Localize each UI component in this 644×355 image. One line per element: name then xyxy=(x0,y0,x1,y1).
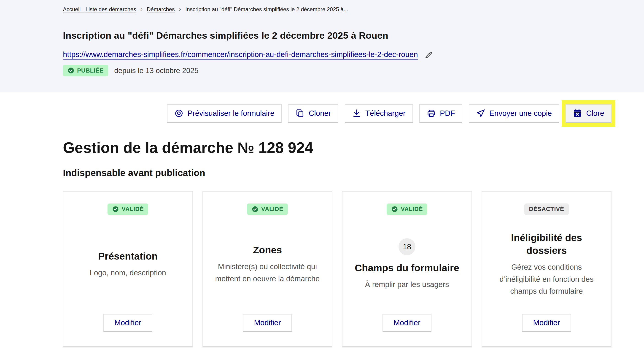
clone-icon xyxy=(295,109,304,118)
modify-button[interactable]: Modifier xyxy=(382,314,431,332)
toolbar-button-label: Envoyer une copie xyxy=(489,109,552,118)
card-description: Gérez vos conditions d’inéligibilité en … xyxy=(491,261,602,297)
procedure-url-row: https://www.demarches-simplifiees.fr/com… xyxy=(63,50,612,59)
toolbar-button-label: Cloner xyxy=(308,109,331,118)
card: VALIDÉZonesMinistère(s) ou collectivité … xyxy=(202,191,332,347)
pdf-button[interactable]: PDF xyxy=(419,104,462,123)
toolbar: Prévisualiser le formulaireClonerTélécha… xyxy=(63,104,612,123)
card-status-label: VALIDÉ xyxy=(122,206,144,213)
card: VALIDÉ18Champs du formulaireÀ remplir pa… xyxy=(342,191,472,347)
status-since: depuis le 13 octobre 2025 xyxy=(114,66,198,75)
modify-button[interactable]: Modifier xyxy=(522,314,571,332)
preview-form-button[interactable]: Prévisualiser le formulaire xyxy=(167,104,282,123)
status-badge-label: PUBLIÉE xyxy=(77,67,104,74)
card-description: Ministère(s) ou collectivité qui mettent… xyxy=(212,261,323,285)
modify-button[interactable]: Modifier xyxy=(104,314,152,332)
card-status-badge: VALIDÉ xyxy=(108,203,148,215)
send-plane-icon xyxy=(476,109,485,118)
check-circle-icon xyxy=(391,206,398,213)
card-title: Zones xyxy=(253,244,282,257)
breadcrumb-separator-icon: › xyxy=(179,6,181,12)
card-status-badge: VALIDÉ xyxy=(247,203,288,215)
toolbar-button-label: Télécharger xyxy=(365,109,406,118)
card-status-label: VALIDÉ xyxy=(261,206,283,213)
download-button[interactable]: Télécharger xyxy=(345,104,413,123)
card-title: Présentation xyxy=(98,250,158,263)
procedure-title: Inscription au "défi" Démarches simplifi… xyxy=(63,30,612,41)
card: VALIDÉPrésentationLogo, nom, description… xyxy=(63,191,193,347)
preview-eye-icon xyxy=(174,109,184,118)
clone-button[interactable]: Cloner xyxy=(288,104,338,123)
card-status-badge: VALIDÉ xyxy=(387,203,427,215)
breadcrumb-link-demarches[interactable]: Démarches xyxy=(147,6,175,13)
close-procedure-button[interactable]: Clore xyxy=(566,104,612,123)
card-status-label: DÉSACTIVÉ xyxy=(529,206,564,213)
breadcrumb-link-home[interactable]: Accueil - Liste des démarches xyxy=(63,6,136,13)
card-body: ZonesMinistère(s) ou collectivité qui me… xyxy=(212,215,323,314)
section-title: Indispensable avant publication xyxy=(63,168,612,178)
pencil-icon[interactable] xyxy=(424,50,433,59)
card-status-label: VALIDÉ xyxy=(401,206,423,213)
card-title: Champs du formulaire xyxy=(355,262,459,274)
breadcrumb-current: Inscription au "défi" Démarches simplifi… xyxy=(185,6,348,13)
toolbar-button-label: Clore xyxy=(586,109,604,118)
toolbar-button-label: Prévisualiser le formulaire xyxy=(188,109,274,118)
field-count-badge: 18 xyxy=(398,238,416,255)
status-badge: PUBLIÉE xyxy=(63,65,108,76)
calendar-close-icon xyxy=(573,109,582,118)
card-body: 18Champs du formulaireÀ remplir par les … xyxy=(352,215,462,314)
toolbar-button-label: PDF xyxy=(440,109,455,118)
card: DÉSACTIVÉInéligibilité des dossiersGérez… xyxy=(482,191,612,347)
page-title: Gestion de la démarche № 128 924 xyxy=(63,139,612,156)
card-title: Inéligibilité des dossiers xyxy=(491,231,602,257)
breadcrumb: Accueil - Liste des démarches › Démarche… xyxy=(63,6,612,13)
send-copy-button[interactable]: Envoyer une copie xyxy=(469,104,559,123)
printer-icon xyxy=(427,109,436,118)
check-circle-icon xyxy=(112,206,119,213)
cards-grid: VALIDÉPrésentationLogo, nom, description… xyxy=(63,191,612,347)
breadcrumb-separator-icon: › xyxy=(140,6,142,12)
procedure-url-link[interactable]: https://www.demarches-simplifiees.fr/com… xyxy=(63,50,418,59)
card-description: À remplir par les usagers xyxy=(365,278,449,291)
page-header: Accueil - Liste des démarches › Démarche… xyxy=(0,0,644,92)
download-icon xyxy=(352,109,361,118)
modify-button[interactable]: Modifier xyxy=(243,314,292,332)
main-content: Prévisualiser le formulaireClonerTélécha… xyxy=(0,104,644,347)
check-circle-icon xyxy=(68,67,74,74)
card-status-badge: DÉSACTIVÉ xyxy=(524,203,568,215)
card-body: Inéligibilité des dossiersGérez vos cond… xyxy=(491,215,602,314)
card-description: Logo, nom, description xyxy=(90,267,166,279)
card-body: PrésentationLogo, nom, description xyxy=(72,215,183,314)
status-row: PUBLIÉE depuis le 13 octobre 2025 xyxy=(63,65,612,76)
check-circle-icon xyxy=(252,206,258,213)
